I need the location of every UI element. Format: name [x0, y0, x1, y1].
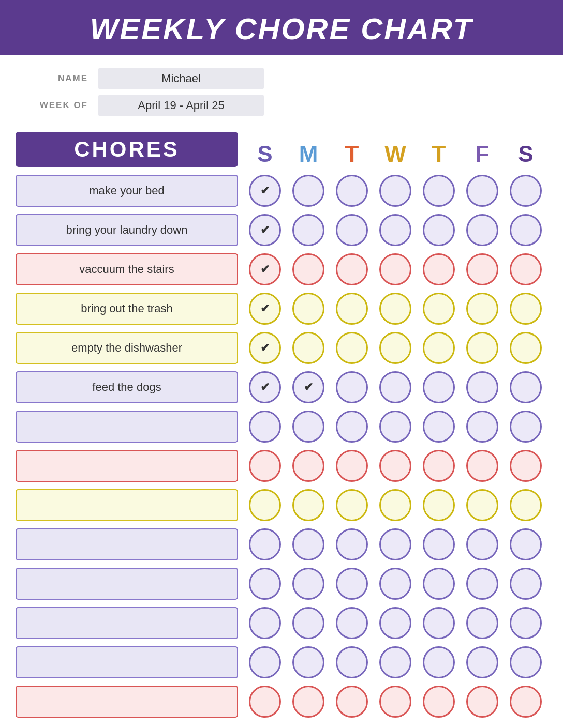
circle-cell[interactable]: [249, 489, 281, 521]
circle-cell[interactable]: ✔: [249, 253, 281, 285]
circle-cell[interactable]: [379, 253, 411, 285]
circle-cell[interactable]: [510, 489, 542, 521]
circle-cell[interactable]: [423, 528, 455, 560]
circle-cell[interactable]: [379, 686, 411, 718]
circle-cell[interactable]: [466, 332, 498, 364]
circle-cell[interactable]: [466, 371, 498, 403]
circle-cell[interactable]: ✔: [249, 214, 281, 246]
circle-cell[interactable]: [336, 293, 368, 325]
circle-cell[interactable]: [379, 411, 411, 443]
circle-cell[interactable]: [510, 293, 542, 325]
circle-cell[interactable]: [292, 332, 324, 364]
circle-cell[interactable]: [466, 607, 498, 639]
circle-cell[interactable]: [510, 332, 542, 364]
circle-cell[interactable]: [249, 528, 281, 560]
circle-cell[interactable]: [336, 214, 368, 246]
circle-cell[interactable]: [292, 528, 324, 560]
day-label: T: [421, 141, 457, 167]
circle-cell[interactable]: [379, 607, 411, 639]
circle-cell[interactable]: [336, 489, 368, 521]
circle-cell[interactable]: [466, 175, 498, 207]
circle-cell[interactable]: [423, 175, 455, 207]
circle-cell[interactable]: [249, 568, 281, 600]
circle-cell[interactable]: [292, 293, 324, 325]
circle-cell[interactable]: [466, 646, 498, 678]
circle-cell[interactable]: [423, 450, 455, 482]
circle-cell[interactable]: [510, 568, 542, 600]
circle-cell[interactable]: [510, 214, 542, 246]
circle-cell[interactable]: [336, 646, 368, 678]
circle-cell[interactable]: [510, 253, 542, 285]
circle-cell[interactable]: [292, 411, 324, 443]
circle-cell[interactable]: [423, 214, 455, 246]
circle-cell[interactable]: [423, 489, 455, 521]
circle-cell[interactable]: [292, 214, 324, 246]
circle-cell[interactable]: [423, 411, 455, 443]
circle-cell[interactable]: ✔: [249, 371, 281, 403]
circle-cell[interactable]: [510, 646, 542, 678]
circle-cell[interactable]: [466, 293, 498, 325]
circle-cell[interactable]: [510, 686, 542, 718]
circle-cell[interactable]: ✔: [292, 371, 324, 403]
circle-cell[interactable]: [292, 253, 324, 285]
circle-cell[interactable]: [423, 332, 455, 364]
circle-cell[interactable]: [466, 686, 498, 718]
circle-cell[interactable]: [423, 293, 455, 325]
circle-cell[interactable]: [292, 607, 324, 639]
circle-cell[interactable]: [292, 489, 324, 521]
circle-cell[interactable]: [336, 607, 368, 639]
circle-cell[interactable]: [249, 411, 281, 443]
circle-cell[interactable]: [379, 371, 411, 403]
circle-cell[interactable]: [292, 686, 324, 718]
circle-cell[interactable]: [379, 293, 411, 325]
circle-cell[interactable]: [336, 332, 368, 364]
circle-cell[interactable]: [249, 646, 281, 678]
circle-cell[interactable]: [423, 253, 455, 285]
circle-cell[interactable]: [510, 450, 542, 482]
circle-cell[interactable]: [379, 646, 411, 678]
circle-cell[interactable]: [466, 411, 498, 443]
circle-cell[interactable]: [379, 450, 411, 482]
circle-cell[interactable]: [466, 253, 498, 285]
circle-cell[interactable]: [466, 568, 498, 600]
circle-cell[interactable]: [510, 528, 542, 560]
circle-cell[interactable]: [466, 214, 498, 246]
circle-cell[interactable]: [423, 607, 455, 639]
circle-cell[interactable]: [336, 175, 368, 207]
circle-cell[interactable]: [379, 489, 411, 521]
circle-cell[interactable]: [379, 568, 411, 600]
circle-cell[interactable]: [249, 686, 281, 718]
circle-cell[interactable]: [423, 371, 455, 403]
circle-cell[interactable]: [510, 175, 542, 207]
circle-cell[interactable]: [379, 214, 411, 246]
circle-cell[interactable]: [510, 411, 542, 443]
circle-cell[interactable]: [379, 528, 411, 560]
circle-cell[interactable]: [336, 411, 368, 443]
circle-cell[interactable]: ✔: [249, 175, 281, 207]
circle-cell[interactable]: [292, 568, 324, 600]
circle-cell[interactable]: [423, 568, 455, 600]
circle-cell[interactable]: [336, 450, 368, 482]
circle-cell[interactable]: [336, 568, 368, 600]
circle-cell[interactable]: [466, 528, 498, 560]
circle-cell[interactable]: ✔: [249, 293, 281, 325]
circle-cell[interactable]: [292, 450, 324, 482]
circle-cell[interactable]: [423, 686, 455, 718]
circle-cell[interactable]: [292, 646, 324, 678]
circle-cell[interactable]: [292, 175, 324, 207]
circle-cell[interactable]: [466, 489, 498, 521]
circle-cell[interactable]: [336, 253, 368, 285]
circle-cell[interactable]: [249, 607, 281, 639]
circle-cell[interactable]: ✔: [249, 332, 281, 364]
circle-cell[interactable]: [336, 371, 368, 403]
circle-cell[interactable]: [249, 450, 281, 482]
circle-cell[interactable]: [336, 686, 368, 718]
circle-cell[interactable]: [379, 175, 411, 207]
circle-cell[interactable]: [466, 450, 498, 482]
circle-cell[interactable]: [510, 371, 542, 403]
circle-cell[interactable]: [336, 528, 368, 560]
circle-cell[interactable]: [379, 332, 411, 364]
circle-cell[interactable]: [423, 646, 455, 678]
circle-cell[interactable]: [510, 607, 542, 639]
day-label: T: [334, 141, 370, 167]
